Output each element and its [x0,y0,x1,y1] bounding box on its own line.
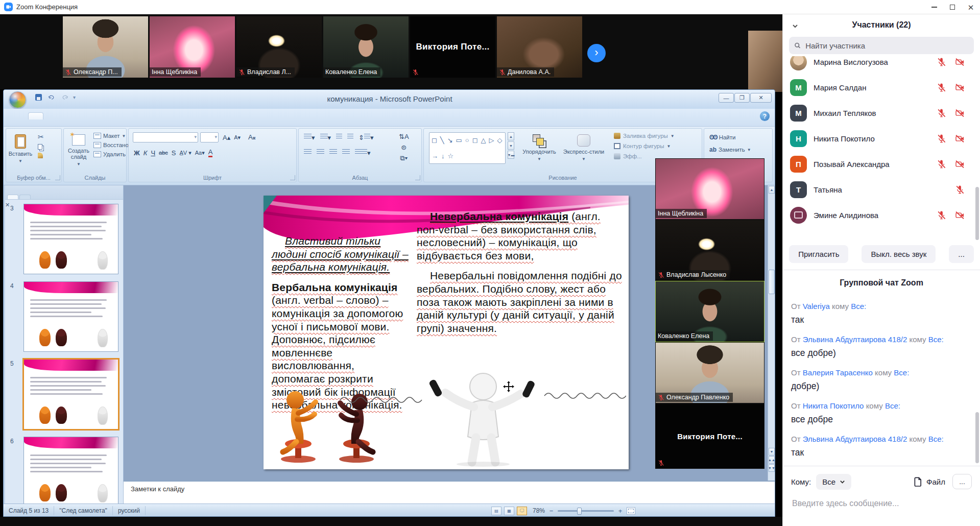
redo-button[interactable] [60,92,70,102]
help-icon[interactable]: ? [760,111,770,121]
chat-scrollbar[interactable] [975,299,979,466]
ribbon-tab[interactable] [58,113,72,119]
scrollbar-thumb[interactable] [769,270,775,294]
slide-canvas[interactable]: Властивий тільки людині спосіб комунікац… [264,196,629,469]
video-tile[interactable]: Коваленко Елена Коваленко Елена [323,16,409,78]
invite-button[interactable]: Пригласить [789,245,848,263]
next-slide-icon[interactable]: ▼▼ [769,464,775,472]
collapse-participants-icon[interactable] [792,22,798,28]
participant-row[interactable]: Н Никита Покотило [783,126,980,151]
video-tile-partial[interactable] [748,31,782,92]
video-tile[interactable]: Данилова А.А. Данилова А.А. [497,16,582,78]
send-to-select[interactable]: Все [816,474,851,490]
maximize-button[interactable] [943,0,962,14]
ppt-close-button[interactable]: ✕ [750,93,772,103]
font-size-combo[interactable] [200,132,219,142]
clear-formatting-button[interactable]: A𝄪 [248,133,256,141]
slide-thumbnail[interactable]: 6 [5,437,123,504]
scroll-down-icon[interactable]: ▼ [769,448,775,456]
close-button[interactable]: ✕ [962,0,980,14]
video-tile[interactable]: Виктория Поте... Виктория Поте... [655,403,764,469]
gallery-down-icon[interactable]: ▼ [508,141,514,150]
qat-customize-icon[interactable]: ▾ [73,94,76,100]
paste-button[interactable]: Вставить▼ [9,131,32,172]
bullets-button[interactable]: ▾ [304,134,315,141]
align-text-button[interactable]: ⊜ [401,144,407,151]
new-slide-button[interactable]: Создать слайд▼ [65,131,92,172]
replace-button[interactable]: abЗаменить▼ [709,146,751,153]
video-tile[interactable]: Виктория Поте... Виктория Поте... [410,16,495,78]
participants-scrollbar[interactable] [975,56,979,240]
text-direction-button[interactable]: ⇅A [399,133,409,140]
video-tile[interactable]: Владислав Л... Владислав Л... [236,16,322,78]
scrollbar-thumb[interactable] [975,187,979,240]
shrink-font-button[interactable]: A▾ [234,134,241,141]
underline-button[interactable]: Ч [151,149,155,157]
notes-panel[interactable]: Заметки к слайду [124,481,775,504]
pane-tab[interactable] [19,195,31,199]
participant-row[interactable]: Т Татьяна [783,177,980,202]
fit-to-window-button[interactable] [627,507,635,515]
justify-button[interactable] [342,149,350,157]
participant-row[interactable]: М Михаил Тепляков [783,100,980,126]
ribbon-tab[interactable] [115,113,129,119]
participant-row[interactable]: Марина Вислогузова [783,56,980,75]
send-file-button[interactable]: Файл [914,477,945,487]
slide-thumbnail[interactable]: 4 [5,281,123,353]
align-right-button[interactable] [329,149,337,157]
font-color-button[interactable]: A [208,148,213,157]
undo-button[interactable] [46,92,57,102]
normal-view-button[interactable]: ▤ [491,507,501,515]
decrease-indent-button[interactable] [336,134,342,141]
zoom-in-button[interactable]: + [616,507,624,515]
ppt-minimize-button[interactable]: — [719,93,734,103]
dialog-launcher-icon[interactable] [415,175,420,180]
find-button[interactable]: ʘʘНайти [709,134,751,141]
shape-outline-button[interactable]: Контур фигуры▼ [614,143,675,149]
ribbon-tab[interactable] [28,112,43,119]
grow-font-button[interactable]: A▴ [223,134,230,141]
strikethrough-button[interactable]: abc [159,150,168,156]
video-tile[interactable]: Олександр П... Олександр П... [63,16,148,78]
previous-slide-icon[interactable]: ▲▲ [769,456,775,464]
ppt-restore-button[interactable]: ❐ [734,93,750,103]
save-button[interactable] [33,92,43,102]
ribbon-tab[interactable] [72,113,86,119]
dialog-launcher-icon[interactable] [290,175,295,180]
character-spacing-button[interactable]: A̲V ▾ [180,150,192,156]
scroll-up-icon[interactable]: ▲ [769,186,775,194]
columns-button[interactable]: ▾ [355,149,371,157]
zoom-slider[interactable] [558,510,614,512]
shapes-gallery[interactable]: ◻╲↘▭○◻ △▷◇→↓☆ [429,132,506,164]
participant-row[interactable]: Эмине Алидинова [783,202,980,228]
slide-sorter-button[interactable]: ▦ [504,507,514,515]
video-tile[interactable]: Інна Щебликіна Інна Щебликіна [150,16,235,78]
scrollbar-thumb[interactable] [975,412,979,463]
shadow-button[interactable]: S [172,149,176,157]
slide-scrollbar[interactable]: ▲ ▼ ▲▲ ▼▼ [768,185,775,481]
pane-tab[interactable] [7,195,18,199]
numbering-button[interactable]: ▾ [320,134,331,141]
quick-styles-button[interactable]: Экспресс-стили▼ [561,131,607,172]
participants-more-button[interactable]: ... [949,245,974,263]
dialog-launcher-icon[interactable] [55,175,60,180]
arrange-button[interactable]: Упорядочить▼ [521,131,558,172]
video-tile[interactable]: Інна Щебликіна Інна Щебликіна [655,158,764,220]
video-tile[interactable]: Олександр Павленко Олександр Павленко [655,342,764,403]
mute-all-button[interactable]: Выкл. весь звук [862,245,936,263]
participant-row[interactable]: П Позывай Александра [783,151,980,177]
italic-button[interactable]: К [144,149,148,157]
office-button[interactable] [9,91,26,108]
slide-thumbnail[interactable]: 5 [5,359,123,431]
cut-button[interactable]: ✂ [38,133,44,141]
line-spacing-button[interactable]: ⇕▾ [358,134,373,141]
zoom-slider-thumb[interactable] [577,508,582,515]
gallery-more-icon[interactable]: ▼▬ [508,151,514,159]
chat-more-button[interactable]: ... [952,474,972,489]
slideshow-button[interactable]: 🖵 [517,507,527,515]
search-input[interactable] [804,41,969,51]
zoom-out-button[interactable]: − [547,507,555,515]
video-tile[interactable]: Владислав Лысенко Владислав Лысенко [655,220,764,281]
copy-button[interactable] [38,144,44,150]
ribbon-tab[interactable] [86,113,101,119]
